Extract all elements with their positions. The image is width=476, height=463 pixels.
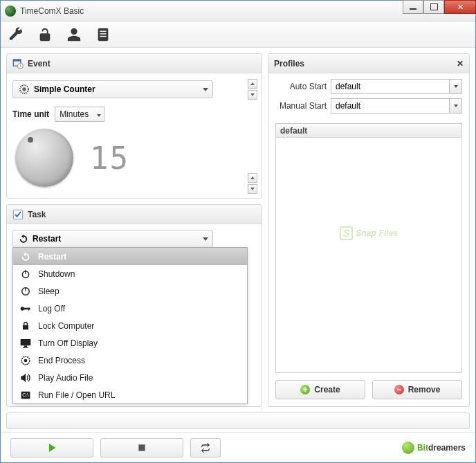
scroll-up-button[interactable] (248, 173, 257, 183)
event-type-value: Simple Counter (34, 84, 95, 94)
lock-icon (20, 320, 31, 332)
svg-rect-2 (100, 33, 106, 34)
auto-start-select[interactable]: default (331, 79, 462, 94)
dropdown-item-audio[interactable]: Play Audio File (13, 369, 247, 386)
svg-point-14 (21, 307, 24, 310)
dropdown-item-display[interactable]: Turn Off Display (13, 334, 247, 352)
remove-label: Remove (408, 385, 441, 394)
time-unit-value: Minutes (60, 109, 89, 119)
scroll-down-button[interactable] (248, 90, 257, 100)
svg-rect-3 (100, 35, 106, 36)
chevron-down-icon (97, 109, 101, 119)
manual-start-label: Manual Start (275, 101, 327, 111)
play-icon (46, 442, 57, 453)
manual-start-value: default (336, 101, 360, 111)
maximize-button[interactable] (423, 0, 444, 14)
dropdown-item-restart[interactable]: Restart (13, 248, 247, 265)
stop-button[interactable] (100, 438, 183, 457)
minus-icon: − (394, 385, 404, 394)
svg-point-22 (24, 358, 28, 362)
task-type-value: Restart (33, 234, 61, 244)
profiles-panel: Profiles ✕ Auto Start default Manual Sta… (268, 53, 470, 407)
chevron-down-icon (449, 99, 461, 113)
play-button[interactable] (10, 438, 93, 457)
event-type-combo[interactable]: Simple Counter (12, 80, 213, 98)
main-toolbar (1, 21, 475, 48)
event-header-label: Event (28, 59, 51, 69)
dropdown-item-label: Log Off (38, 304, 65, 314)
dropdown-item-lock[interactable]: Lock Computer (13, 317, 247, 334)
dropdown-item-label: Turn Off Display (38, 338, 98, 348)
svg-rect-5 (13, 60, 21, 62)
minimize-button[interactable] (403, 0, 423, 14)
create-button[interactable]: + Create (275, 380, 365, 399)
panel-close-button[interactable]: ✕ (457, 59, 464, 69)
sleep-icon (20, 286, 31, 297)
gear-icon (19, 84, 30, 95)
terminal-icon: C:\ (20, 390, 31, 401)
profile-list[interactable]: default S SnapFiles (275, 123, 462, 373)
manual-start-select[interactable]: default (331, 98, 462, 114)
remove-button[interactable]: − Remove (372, 380, 462, 399)
unlock-icon (37, 27, 53, 42)
close-button[interactable] (444, 0, 476, 14)
dropdown-item-endprocess[interactable]: End Process (13, 352, 247, 369)
svg-rect-25 (138, 444, 145, 451)
dropdown-item-shutdown[interactable]: Shutdown (13, 265, 247, 282)
svg-point-8 (22, 87, 26, 91)
stop-icon (137, 443, 147, 453)
svg-rect-18 (21, 339, 31, 345)
scroll-up-button[interactable] (248, 79, 257, 89)
auto-start-value: default (336, 82, 360, 91)
svg-rect-0 (98, 28, 109, 40)
dropdown-item-label: Shutdown (38, 269, 75, 279)
scroll-down-button[interactable] (248, 184, 257, 194)
watermark: S SnapFiles (340, 226, 398, 240)
app-window: TimeComX Basic Event (0, 0, 476, 463)
svg-rect-13 (25, 287, 26, 291)
brand-label: Bitdreamers (402, 442, 466, 454)
time-unit-select[interactable]: Minutes (55, 107, 104, 122)
dropdown-item-logoff[interactable]: Log Off (13, 300, 247, 317)
event-panel: Event Simple Counter Time unit Minutes (6, 53, 262, 199)
create-label: Create (314, 385, 340, 394)
auto-start-label: Auto Start (275, 82, 327, 91)
status-bar (6, 412, 470, 429)
time-unit-label: Time unit (12, 109, 49, 119)
wrench-icon (8, 27, 24, 42)
dropdown-item-label: End Process (38, 356, 85, 365)
log-button[interactable] (95, 26, 111, 43)
titlebar: TimeComX Basic (1, 1, 475, 21)
dropdown-item-sleep[interactable]: Sleep (13, 282, 247, 300)
svg-rect-1 (100, 30, 106, 31)
svg-rect-19 (24, 345, 27, 347)
plus-icon: + (300, 385, 310, 394)
brand-logo-icon (402, 442, 414, 454)
monitor-icon (20, 338, 31, 349)
svg-rect-17 (23, 325, 28, 329)
counter-dial[interactable] (15, 129, 73, 187)
document-icon (95, 27, 111, 42)
calendar-clock-icon (12, 58, 24, 69)
svg-text:C:\: C:\ (22, 392, 28, 397)
dropdown-item-label: Play Audio File (38, 373, 93, 383)
profiles-header-label: Profiles (274, 59, 304, 69)
dropdown-item-label: Run File / Open URL (38, 390, 115, 400)
user-button[interactable] (66, 26, 82, 43)
gear-icon (20, 355, 31, 366)
task-type-combo[interactable]: Restart (12, 230, 213, 248)
power-icon (20, 269, 31, 280)
checkmark-icon (12, 209, 24, 220)
dropdown-item-runfile[interactable]: C:\ Run File / Open URL (13, 386, 247, 403)
svg-rect-16 (28, 307, 29, 310)
repeat-icon (200, 443, 211, 453)
settings-button[interactable] (8, 26, 24, 43)
chevron-down-icon (203, 230, 208, 247)
svg-rect-11 (25, 270, 26, 274)
unlock-button[interactable] (37, 26, 53, 43)
bottom-bar: Bitdreamers (1, 432, 475, 462)
chevron-down-icon (449, 80, 461, 93)
profile-list-header: default (276, 124, 461, 138)
dropdown-item-label: Sleep (38, 287, 60, 296)
repeat-button[interactable] (190, 438, 221, 457)
